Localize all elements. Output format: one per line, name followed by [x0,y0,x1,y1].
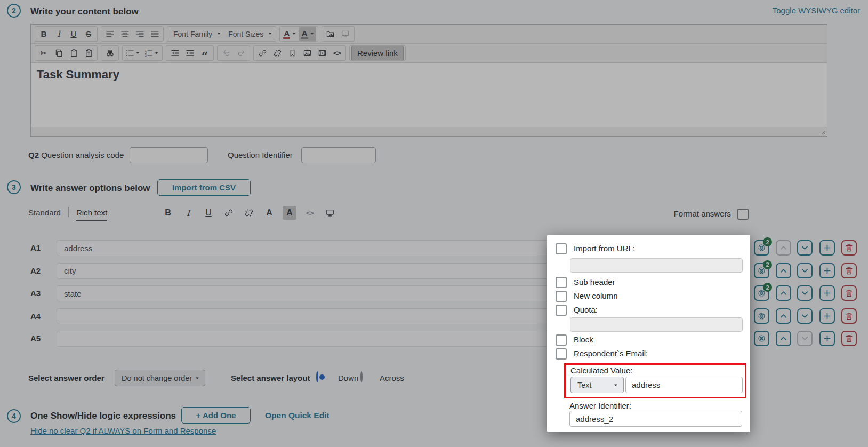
popup-checkbox-label-quota: Quota: [574,304,598,316]
answer-option-settings-popup: Calculated Value: Text Answer Identifier… [547,235,750,432]
popup-input-import-from-url[interactable] [570,258,743,273]
calculated-value-label: Calculated Value: [570,366,632,375]
popup-checkbox-sub-header[interactable] [556,277,567,288]
question-editor-page: 2 Write your content below Toggle WYSIWY… [0,0,868,447]
caret-down-icon [613,382,618,388]
popup-checkbox-label-import-from-url: Import from URL: [574,243,635,254]
calculated-value-annotation-box: Calculated Value: Text [564,363,746,398]
chevron-down-icon [613,382,618,388]
calculated-value-input[interactable] [625,377,743,393]
popup-checkbox-import-from-url[interactable] [556,243,567,254]
calculated-value-type: Text [577,381,592,389]
popup-checkbox-label-new-column: New column [574,290,618,302]
popup-input-quota[interactable] [570,317,743,332]
popup-checkbox-block[interactable] [556,334,567,346]
popup-checkbox-label-sub-header: Sub header [574,276,615,288]
answer-identifier-input[interactable] [569,411,742,427]
popup-checkbox-new-column[interactable] [556,291,567,302]
answer-identifier-label: Answer Identifier: [569,401,631,410]
popup-checkbox-label-block: Block [574,334,593,346]
popup-checkbox-label-respondent-s-email: Respondent`s Email: [574,348,648,360]
calculated-value-type-select[interactable]: Text [570,377,624,393]
popup-checkbox-respondent-s-email[interactable] [556,348,567,360]
popup-checkbox-quota[interactable] [556,305,567,316]
